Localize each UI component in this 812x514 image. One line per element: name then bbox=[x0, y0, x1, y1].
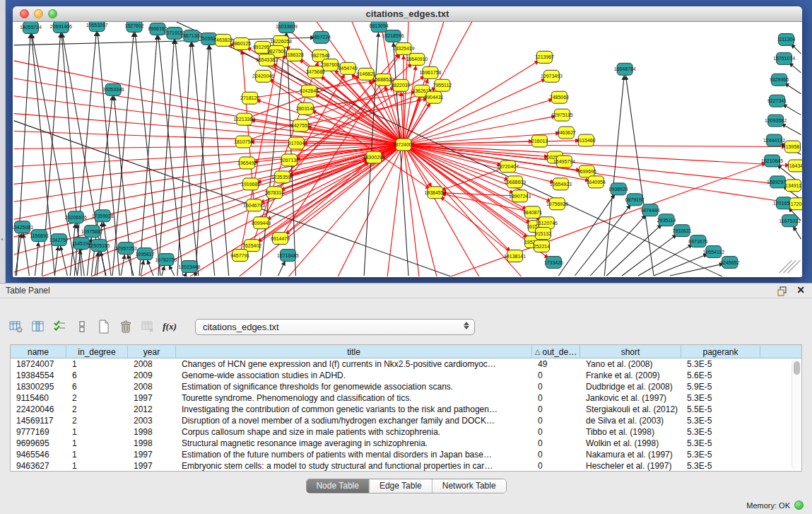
graph-node[interactable]: 7485063 bbox=[550, 91, 569, 103]
graph-node[interactable]: 1156893 bbox=[30, 230, 49, 242]
column-header-short[interactable]: short bbox=[580, 345, 681, 358]
graph-node[interactable]: 15751074 bbox=[773, 52, 795, 64]
graph-node[interactable]: 12093582 bbox=[765, 115, 787, 127]
graph-node[interactable]: 2803144 bbox=[296, 103, 315, 115]
graph-node[interactable]: 12213383 bbox=[233, 113, 255, 125]
table-row[interactable]: 969969511998Structural magnetic resonanc… bbox=[11, 438, 791, 449]
float-panel-icon[interactable] bbox=[777, 286, 788, 297]
graph-node[interactable]: 16782759 bbox=[155, 254, 177, 266]
network-canvas-svg[interactable]: 1405572420691406106532671527602896616010… bbox=[13, 22, 802, 276]
graph-node[interactable]: 16120746 bbox=[536, 217, 558, 229]
graph-node[interactable]: 7955112 bbox=[433, 79, 452, 91]
graph-node[interactable]: 1095817 bbox=[135, 248, 154, 260]
graph-node[interactable]: 12023448 bbox=[178, 261, 200, 273]
show-column-icon[interactable] bbox=[29, 317, 47, 336]
table-row[interactable]: 2242004622012Investigating the contribut… bbox=[11, 404, 791, 415]
graph-node[interactable]: 7857224 bbox=[312, 31, 331, 43]
graph-node[interactable]: 16543382 bbox=[256, 54, 278, 66]
graph-node[interactable]: 917004 bbox=[288, 137, 305, 149]
graph-node[interactable]: 1527602 bbox=[125, 22, 144, 32]
table-row[interactable]: 946362711997Embryonic stem cells: a mode… bbox=[11, 460, 791, 471]
graph-node[interactable]: 8471676 bbox=[688, 235, 707, 247]
graph-node[interactable]: 16033809 bbox=[276, 22, 298, 33]
graph-node[interactable]: 9227341 bbox=[767, 95, 787, 107]
graph-node[interactable]: 915132 bbox=[535, 228, 551, 240]
column-header-out_de[interactable]: △out_de… bbox=[532, 345, 580, 358]
graph-node[interactable]: 12505185 bbox=[88, 240, 110, 252]
graph-node[interactable]: 134911 bbox=[785, 180, 801, 192]
graph-node[interactable]: 20053346 bbox=[102, 83, 124, 95]
table-row[interactable]: 946554611997Estimation of the future num… bbox=[11, 449, 791, 460]
table-row[interactable]: 1938455462009Genome-wide association stu… bbox=[11, 370, 791, 381]
graph-node[interactable]: 9329966 bbox=[770, 74, 789, 86]
graph-node[interactable]: 3475685 bbox=[306, 66, 325, 78]
graph-node[interactable]: 7463822 bbox=[213, 34, 233, 46]
graph-node[interactable]: 10975887 bbox=[81, 226, 103, 238]
graph-node[interactable]: 17359928 bbox=[92, 210, 114, 222]
graph-node[interactable]: 8454749 bbox=[339, 62, 358, 74]
graph-node[interactable]: 10688609 bbox=[504, 176, 526, 188]
graph-node[interactable]: 13325419 bbox=[393, 42, 415, 54]
graph-node[interactable]: 2718120 bbox=[240, 92, 259, 104]
graph-node[interactable]: 2935114 bbox=[657, 214, 676, 226]
graph-node[interactable]: 9245652 bbox=[720, 257, 739, 269]
graph-node[interactable]: 7932621 bbox=[672, 225, 691, 237]
graph-node[interactable]: 9474444 bbox=[640, 204, 659, 216]
graph-node[interactable]: 6879197 bbox=[625, 194, 645, 206]
graph-node[interactable]: 19218596 bbox=[382, 30, 404, 42]
table-row[interactable]: 911546021997Tourette syndrome. Phenomeno… bbox=[11, 392, 791, 404]
graph-node[interactable]: 1965493 bbox=[237, 157, 257, 169]
graph-node[interactable]: 9904431 bbox=[424, 91, 443, 103]
graph-node[interactable]: 20206576 bbox=[65, 211, 87, 223]
graph-node[interactable]: 9115460 bbox=[577, 134, 596, 146]
graph-node[interactable]: 18724007 bbox=[393, 139, 415, 151]
graph-node[interactable]: 13425081 bbox=[13, 221, 33, 233]
graph-node[interactable]: 12444132 bbox=[763, 134, 785, 146]
graph-node[interactable]: 10654923 bbox=[550, 178, 572, 190]
graph-node[interactable]: 18640910 bbox=[406, 53, 428, 65]
graph-node[interactable]: 18720407 bbox=[497, 160, 519, 173]
graph-node[interactable]: 10653267 bbox=[86, 22, 108, 31]
graph-node[interactable]: 8938924 bbox=[609, 183, 628, 195]
graph-node[interactable]: 9267130 bbox=[280, 154, 299, 166]
network-canvas[interactable]: 1405572420691406106532671527602896616010… bbox=[13, 22, 802, 276]
graph-node[interactable]: 9860125 bbox=[232, 37, 251, 49]
delete-column-icon[interactable] bbox=[117, 317, 135, 336]
graph-node[interactable]: 17957253 bbox=[115, 243, 137, 255]
graph-node[interactable]: 9699695 bbox=[577, 165, 596, 177]
table-settings-icon[interactable] bbox=[7, 317, 25, 336]
control-panel-divider[interactable]: ◂ bbox=[0, 0, 6, 283]
graph-node[interactable]: 12353594 bbox=[271, 171, 293, 183]
graph-node[interactable]: 18907243 bbox=[509, 190, 531, 202]
graph-node[interactable]: 19384554 bbox=[424, 187, 446, 199]
column-header-in_degree[interactable]: in_degree bbox=[66, 345, 128, 358]
graph-node[interactable]: 10654112 bbox=[703, 246, 725, 258]
graph-node[interactable]: 1733426 bbox=[544, 257, 563, 269]
column-header-year[interactable]: year bbox=[128, 345, 176, 358]
graph-node[interactable]: 19756928 bbox=[546, 198, 568, 210]
graph-node[interactable]: 9242848 bbox=[300, 85, 319, 97]
graph-node[interactable]: 8099443 bbox=[252, 217, 271, 229]
table-row[interactable]: 1830029562008Estimation of significance … bbox=[11, 381, 791, 392]
graph-node[interactable]: 15718485 bbox=[277, 250, 299, 262]
graph-node[interactable]: 1640954 bbox=[587, 176, 606, 188]
graph-node[interactable]: 16434 bbox=[789, 160, 802, 172]
graph-node[interactable]: 16648784 bbox=[614, 63, 636, 75]
table-selector-dropdown[interactable]: citations_edges.txt bbox=[195, 319, 475, 335]
graph-node[interactable]: 22420046 bbox=[252, 70, 274, 82]
table-row[interactable]: 1872400712008Changes of HCN gene express… bbox=[11, 358, 791, 370]
graph-node[interactable]: 15958 bbox=[785, 141, 801, 153]
table-row[interactable]: 977716911998Corpus callosum shape and si… bbox=[11, 426, 791, 438]
graph-node[interactable]: 12975115 bbox=[551, 109, 573, 121]
graph-node[interactable]: 17201 bbox=[789, 198, 802, 210]
network-window-titlebar[interactable]: citations_edges.txt bbox=[13, 6, 802, 22]
column-header-pagerank[interactable]: pagerank bbox=[681, 345, 760, 358]
table-row[interactable]: 1456911722003Disruption of a novel membe… bbox=[11, 415, 791, 426]
tab-network-table[interactable]: Network Table bbox=[432, 479, 506, 493]
scrollbar-thumb[interactable] bbox=[794, 361, 800, 375]
graph-node[interactable]: 5878314 bbox=[265, 187, 284, 199]
create-column-icon[interactable] bbox=[95, 317, 113, 336]
resize-grip-icon[interactable] bbox=[779, 260, 801, 273]
tab-node-table[interactable]: Node Table bbox=[306, 479, 369, 493]
graph-node[interactable]: 1111304 bbox=[777, 33, 796, 45]
